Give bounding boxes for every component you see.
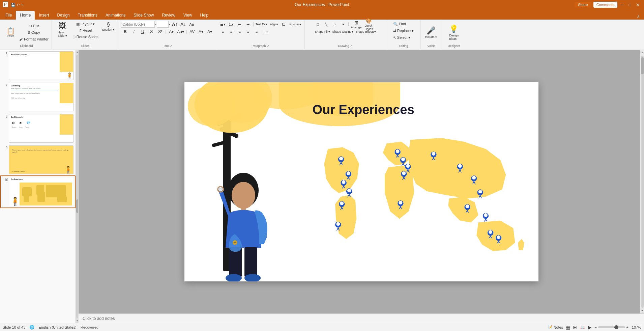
highlight-btn[interactable]: A▾ (197, 29, 205, 35)
italic-btn[interactable]: I (130, 29, 138, 35)
tab-animations[interactable]: Animations (101, 11, 129, 20)
scroll-thumb[interactable] (76, 199, 78, 213)
distribute-btn[interactable]: ≡ (253, 29, 261, 35)
slide-canvas: Our Experiences (184, 82, 538, 281)
canvas-scroll-up[interactable]: ▲ (641, 50, 644, 55)
tab-slideshow[interactable]: Slide Show (129, 11, 158, 20)
zoom-slider[interactable] (598, 326, 625, 328)
dictate-button[interactable]: 🎤 Dictate ▾ (424, 26, 439, 39)
underline-btn[interactable]: U (139, 29, 147, 35)
align-left-btn[interactable]: ≡ (219, 29, 227, 35)
reset-button[interactable]: ↺ Reset (71, 27, 99, 33)
tab-review[interactable]: Review (158, 11, 179, 20)
shape-outline-btn[interactable]: Shape Outline▾ (331, 29, 354, 35)
bold-btn[interactable]: B (121, 29, 129, 35)
font-color-btn2[interactable]: A▾ (206, 29, 214, 35)
slide-item-7[interactable]: 7 Our History 2018 · Neptune is the seco… (0, 81, 76, 113)
maximize-btn[interactable]: □ (627, 2, 633, 7)
tab-design[interactable]: Design (53, 11, 74, 20)
notes-btn[interactable]: 📝 Notes (548, 325, 563, 329)
zoom-in-btn[interactable]: + (626, 325, 628, 329)
tab-file[interactable]: File (1, 11, 16, 20)
shape-circle[interactable]: ○ (331, 21, 339, 27)
shape-line[interactable]: ╲ (322, 21, 330, 27)
comments-button[interactable]: Comments (593, 2, 617, 8)
char-spacing-btn[interactable]: AV (188, 29, 196, 35)
tab-insert[interactable]: Insert (35, 11, 53, 20)
decrease-indent-btn[interactable]: ⇤ (236, 21, 244, 27)
new-slide-button[interactable]: 🖼 NewSlide ▾ (55, 21, 70, 38)
language-label[interactable]: English (United States) (38, 325, 77, 329)
tab-home[interactable]: Home (16, 11, 35, 20)
notes-area[interactable]: Click to add notes (79, 313, 644, 323)
close-btn[interactable]: ✕ (635, 2, 641, 7)
view-normal-btn[interactable]: ▦ (566, 325, 570, 330)
text-direction-btn[interactable]: Text Dir▾ (255, 21, 269, 27)
line-spacing-btn[interactable]: ↕ (263, 29, 271, 35)
slide-item-8[interactable]: 8 Our Philosophy ⚙ 👁 💎 Mission Vision Va… (0, 113, 76, 144)
slide-item-6[interactable]: 6 About Our Company 🧍 (0, 50, 76, 81)
slide-thumb-9: "This is a quote, words full of wisdom t… (9, 145, 74, 174)
replace-button[interactable]: ⇄ Replace ▾ (392, 28, 415, 34)
convert-smartart-btn[interactable]: SmartArt▾ (288, 21, 302, 27)
slide-thumb-7: Our History 2018 · Neptune is the second… (9, 83, 74, 111)
shape-more[interactable]: ▾ (339, 21, 347, 27)
bullets-btn[interactable]: ☰▾ (219, 21, 227, 27)
tab-view[interactable]: View (179, 11, 196, 20)
zoom-level[interactable]: 107% (630, 325, 641, 329)
strikethrough-btn[interactable]: S (147, 29, 155, 35)
format-painter-button[interactable]: 🖌 Format Painter (18, 36, 50, 42)
font-name-input[interactable] (121, 21, 155, 28)
justify-btn[interactable]: ≡ (244, 29, 252, 35)
canvas-scrollbar-right[interactable]: ▲ ▼ (640, 50, 644, 313)
font-case-btn[interactable]: Aa▾ (176, 29, 185, 35)
layout-button[interactable]: ▦ Layout ▾ (71, 21, 99, 27)
font-size-input[interactable]: 14 (157, 21, 169, 28)
svg-point-25 (396, 149, 399, 153)
zoom-slider-thumb[interactable] (614, 325, 618, 329)
language-icon: 🌐 (29, 325, 34, 330)
copy-button[interactable]: ⧉ Copy (18, 30, 50, 36)
slide-show-btn[interactable]: ▶ (588, 325, 592, 330)
canvas-scroll-down[interactable]: ▼ (641, 308, 644, 313)
tab-transitions[interactable]: Transitions (74, 11, 101, 20)
align-right-btn[interactable]: ≡ (236, 29, 244, 35)
find-button[interactable]: 🔍 Find (392, 21, 407, 27)
select-button[interactable]: ↖ Select ▾ (392, 34, 412, 40)
thumb-as (46, 185, 66, 197)
columns-btn[interactable]: ⧠ (280, 21, 288, 27)
view-grid-btn[interactable]: ⊞ (573, 325, 577, 330)
slide-panel-scrollbar[interactable]: ▲ ▼ (76, 50, 79, 323)
canvas-scroll-thumb[interactable] (641, 57, 644, 74)
section-button[interactable]: § Section ▾ (101, 21, 116, 32)
slide-item-10[interactable]: 10 Our Experiences 🧍 (0, 175, 76, 208)
text-shadow-btn[interactable]: S² (156, 29, 164, 35)
paste-button[interactable]: 📋 Paste (3, 27, 18, 38)
cut-button[interactable]: ✂ Cut (18, 23, 50, 29)
view-reading-btn[interactable]: 📖 (580, 325, 585, 330)
font-color-btn[interactable]: A▾ (167, 29, 175, 35)
numbering-btn[interactable]: 1.▾ (227, 21, 235, 27)
font-size-dropdown[interactable]: ▾ (169, 23, 170, 26)
shape-effects-btn[interactable]: Shape Effects▾ (355, 29, 377, 35)
share-button[interactable]: Share (575, 2, 591, 7)
slide-item-9[interactable]: 9 "This is a quote, words full of wisdom… (0, 144, 76, 175)
align-center-btn[interactable]: ≡ (227, 29, 235, 35)
tab-help[interactable]: Help (196, 11, 213, 20)
zoom-out-btn[interactable]: − (594, 325, 596, 329)
design-ideas-button[interactable]: 💡 DesignIdeas (448, 24, 460, 41)
reuse-slides-button[interactable]: ⊞ Reuse Slides (71, 34, 99, 40)
shape-rect[interactable]: □ (314, 21, 322, 27)
minimize-btn[interactable]: ─ (619, 2, 625, 7)
font-name-dropdown[interactable]: ▾ (155, 23, 156, 26)
ribbon-collapse-btn[interactable]: ∧ (636, 13, 641, 20)
slide-title[interactable]: Our Experiences (313, 103, 525, 117)
align-text-btn[interactable]: Align▾ (269, 21, 279, 27)
increase-indent-btn[interactable]: ⇥ (244, 21, 252, 27)
thumb7-text2: 2019 · Despite being hot, it's not a bur… (11, 92, 40, 94)
ribbon-group-slides: 🖼 NewSlide ▾ ▦ Layout ▾ ↺ Reset ⊞ Reuse … (53, 20, 118, 49)
shape-fill-btn[interactable]: Shape Fill▾ (314, 29, 331, 35)
increase-font-btn[interactable]: A↑ (171, 21, 179, 27)
clear-format-btn[interactable]: Aa (187, 21, 196, 27)
decrease-font-btn[interactable]: A↓ (179, 21, 187, 27)
